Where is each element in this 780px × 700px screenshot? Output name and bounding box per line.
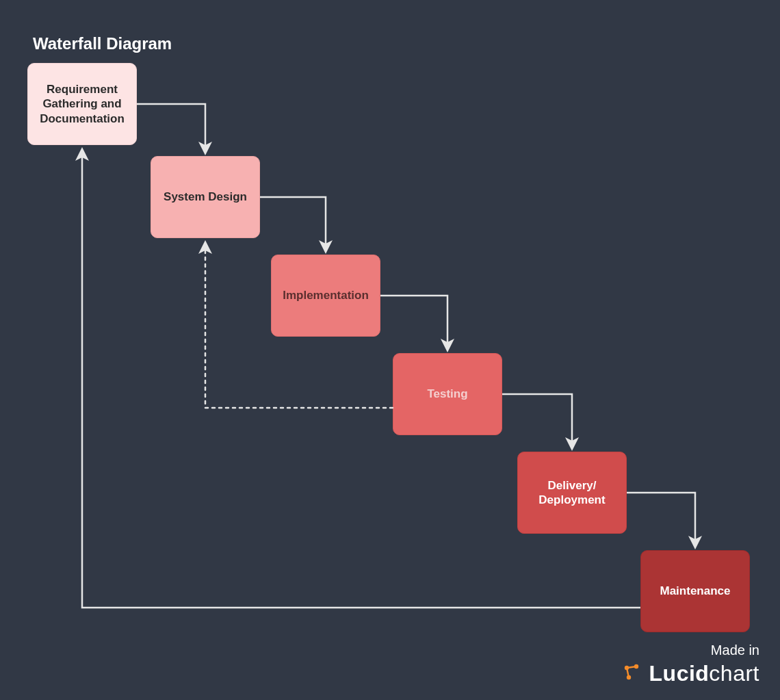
footer-made-in: Made in: [622, 643, 759, 658]
connector-test-deliv: [502, 394, 572, 448]
node-label: Delivery/ Deployment: [525, 478, 619, 508]
diagram-title: Waterfall Diagram: [33, 34, 172, 53]
node-system-design: System Design: [151, 156, 260, 238]
node-testing: Testing: [393, 353, 502, 435]
connector-impl-test: [380, 296, 447, 349]
connector-deliv-maint: [627, 493, 695, 546]
connector-design-impl: [260, 197, 326, 250]
footer: Made in Lucidchart: [622, 643, 759, 686]
node-implementation: Implementation: [271, 255, 380, 337]
brand-bold: Lucid: [649, 661, 710, 686]
footer-brand: Lucidchart: [622, 661, 759, 686]
node-label: Implementation: [283, 288, 369, 302]
brand-light: chart: [709, 661, 759, 686]
connector-req-design: [137, 104, 205, 152]
node-delivery: Delivery/ Deployment: [517, 452, 627, 534]
node-label: Maintenance: [660, 584, 731, 598]
lucidchart-logo-icon: [622, 662, 642, 686]
node-requirement: Requirement Gathering and Documentation: [27, 63, 137, 145]
node-label: System Design: [164, 190, 247, 204]
node-maintenance: Maintenance: [640, 550, 750, 632]
node-label: Testing: [427, 387, 467, 401]
footer-brand-text: Lucidchart: [649, 661, 759, 686]
node-label: Requirement Gathering and Documentation: [35, 82, 129, 126]
diagram-canvas: Waterfall Diagram Requirement Gathering …: [0, 0, 780, 700]
